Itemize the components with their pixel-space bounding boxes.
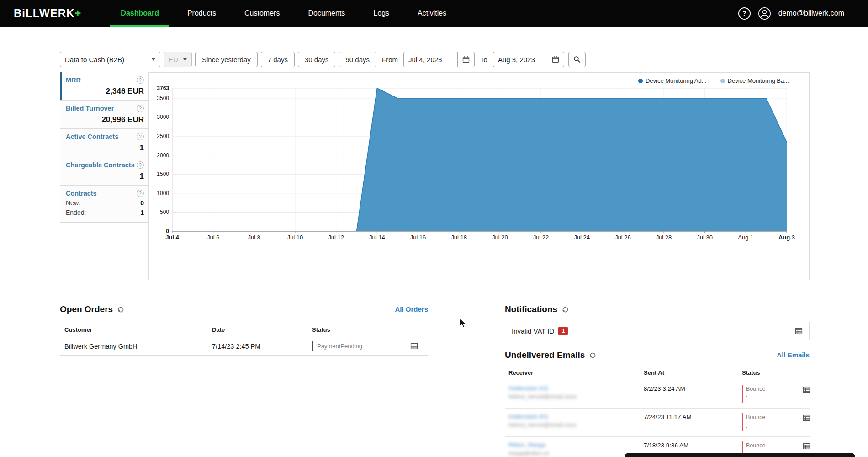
email-details-icon[interactable] <box>803 441 813 450</box>
kpi-label: Active Contracts <box>66 133 118 140</box>
help-icon[interactable] <box>137 190 144 197</box>
kpi-mrr[interactable]: MRR 2,346 EUR <box>60 72 149 101</box>
nav-item-logs[interactable]: Logs <box>359 0 403 27</box>
app-logo[interactable]: BiLLWERK+ <box>14 7 81 20</box>
col-status: Status <box>312 326 407 333</box>
to-calendar-button[interactable] <box>547 52 564 67</box>
currency-select: EUR <box>164 52 192 67</box>
svg-text:500: 500 <box>160 209 169 215</box>
email-row[interactable]: Hollerstein KG helmut_hensel@email.nono … <box>505 409 810 437</box>
calendar-icon <box>462 56 470 63</box>
range-90-days-button[interactable]: 90 days <box>339 52 376 67</box>
scenario-select-wrap: Data to Cash (B2B) <box>60 52 160 67</box>
range-30-days-button[interactable]: 30 days <box>298 52 336 67</box>
svg-text:3000: 3000 <box>157 114 169 120</box>
calendar-icon <box>552 56 559 63</box>
scenario-select[interactable]: Data to Cash (B2B) <box>60 52 160 67</box>
kpi-value: 1 <box>66 143 144 153</box>
open-orders-section: Open Orders All Orders Customer Date Sta… <box>60 304 428 356</box>
top-nav: BiLLWERK+ Dashboard Products Customers D… <box>0 0 868 27</box>
svg-text:Jul 10: Jul 10 <box>287 234 303 241</box>
mrr-chart-panel: Device Monitoring Ad... Device Monitorin… <box>148 72 810 280</box>
help-icon[interactable] <box>137 105 144 112</box>
kpi-billed-turnover[interactable]: Billed Turnover 20,996 EUR <box>60 100 149 129</box>
kpi-value: 1 <box>66 172 144 181</box>
kpi-active-contracts[interactable]: Active Contracts 1 <box>60 128 149 157</box>
email-sent-at: 8/2/23 3:24 AM <box>644 385 742 392</box>
from-date-group <box>403 52 475 67</box>
email-receiver-link[interactable]: Ritten, Marga <box>508 441 644 448</box>
to-date-input[interactable] <box>493 52 547 67</box>
order-details-icon[interactable] <box>410 342 428 350</box>
help-icon[interactable] <box>738 7 751 20</box>
svg-text:Jul 20: Jul 20 <box>492 234 508 241</box>
svg-text:Jul 30: Jul 30 <box>697 234 713 241</box>
kpi-value: 20,996 EUR <box>66 115 144 124</box>
help-icon[interactable] <box>137 76 144 84</box>
legend-label: Device Monitoring Ba... <box>728 77 789 84</box>
svg-text:Jul 14: Jul 14 <box>369 234 385 241</box>
open-orders-header-row: Customer Date Status <box>60 324 428 337</box>
all-orders-link[interactable]: All Orders <box>395 305 428 313</box>
svg-text:Jul 12: Jul 12 <box>328 234 344 241</box>
col-status: Status <box>742 369 794 376</box>
kpi-chargeable-contracts[interactable]: Chargeable Contracts 1 <box>60 157 149 186</box>
user-email[interactable]: demo@billwerk.com <box>778 9 844 17</box>
user-icon[interactable] <box>758 7 771 20</box>
from-date-input[interactable] <box>403 52 457 67</box>
nav-item-dashboard[interactable]: Dashboard <box>106 0 173 27</box>
nav-item-customers[interactable]: Customers <box>230 0 294 27</box>
order-customer: Billwerk Germany GmbH <box>64 343 212 350</box>
email-address: helmut_hensel@email.nono <box>508 422 644 428</box>
refresh-icon[interactable] <box>117 306 124 313</box>
svg-text:Jul 4: Jul 4 <box>165 234 179 241</box>
svg-text:Aug 3: Aug 3 <box>778 234 795 241</box>
series-2-dot <box>720 79 725 83</box>
all-emails-link[interactable]: All Emails <box>777 351 810 359</box>
open-orders-title: Open Orders <box>60 304 113 314</box>
notifications-title: Notifications <box>505 304 557 314</box>
from-calendar-button[interactable] <box>457 52 475 67</box>
help-icon[interactable] <box>137 133 144 140</box>
kpi-contracts[interactable]: Contracts New:0 Ended:1 <box>60 185 149 223</box>
refresh-icon[interactable] <box>589 352 596 359</box>
help-icon[interactable] <box>137 161 144 169</box>
email-details-icon[interactable] <box>803 413 813 422</box>
col-sent-at: Sent At <box>644 369 742 376</box>
range-since-yesterday-button[interactable]: Since yesterday <box>195 52 258 67</box>
svg-text:2500: 2500 <box>157 133 169 139</box>
nav-item-products[interactable]: Products <box>173 0 230 27</box>
refresh-icon[interactable] <box>562 306 569 313</box>
main-menu: Dashboard Products Customers Documents L… <box>106 0 460 27</box>
logo-text: BiLLWERK <box>14 7 74 19</box>
to-date-group <box>493 52 564 67</box>
from-label: From <box>382 56 398 64</box>
kpi-label: Contracts <box>66 190 97 197</box>
svg-text:Jul 28: Jul 28 <box>656 234 672 241</box>
svg-text:Jul 24: Jul 24 <box>574 234 590 241</box>
kpi-value: 2,346 EUR <box>66 87 144 96</box>
nav-item-documents[interactable]: Documents <box>294 0 359 27</box>
email-receiver-link[interactable]: Hollerstein KG <box>508 413 644 420</box>
email-address: marga@ritten.co <box>508 450 644 457</box>
area-chart[interactable]: Jul 4Jul 6Jul 8Jul 10Jul 12Jul 14Jul 16J… <box>149 76 810 254</box>
email-details-icon[interactable] <box>803 385 813 393</box>
kpi-contracts-ended: Ended:1 <box>66 209 144 216</box>
email-row[interactable]: Hollerstein KG helmut_hensel@email.nono … <box>505 380 810 409</box>
legend-item-series-1[interactable]: Device Monitoring Ad... <box>638 77 707 84</box>
mouse-cursor <box>458 318 469 330</box>
open-order-row[interactable]: Billwerk Germany GmbH 7/14/23 2:45 PM Pa… <box>60 337 428 356</box>
notification-row-invalid-vat[interactable]: Invalid VAT ID 1 <box>505 322 810 340</box>
series-1-dot <box>638 79 643 83</box>
currency-select-wrap: EUR <box>164 52 192 67</box>
svg-text:1000: 1000 <box>157 190 169 197</box>
legend-item-series-2[interactable]: Device Monitoring Ba... <box>720 77 789 84</box>
search-button[interactable] <box>568 52 586 67</box>
email-receiver-link[interactable]: Hollerstein KG <box>508 385 644 392</box>
range-7-days-button[interactable]: 7 days <box>261 52 295 67</box>
nav-item-activities[interactable]: Activities <box>403 0 460 27</box>
svg-text:0: 0 <box>166 228 169 234</box>
notification-count-badge: 1 <box>558 327 568 335</box>
notification-details-icon[interactable] <box>795 327 803 335</box>
email-status-badge: Bounce: <box>742 385 768 403</box>
